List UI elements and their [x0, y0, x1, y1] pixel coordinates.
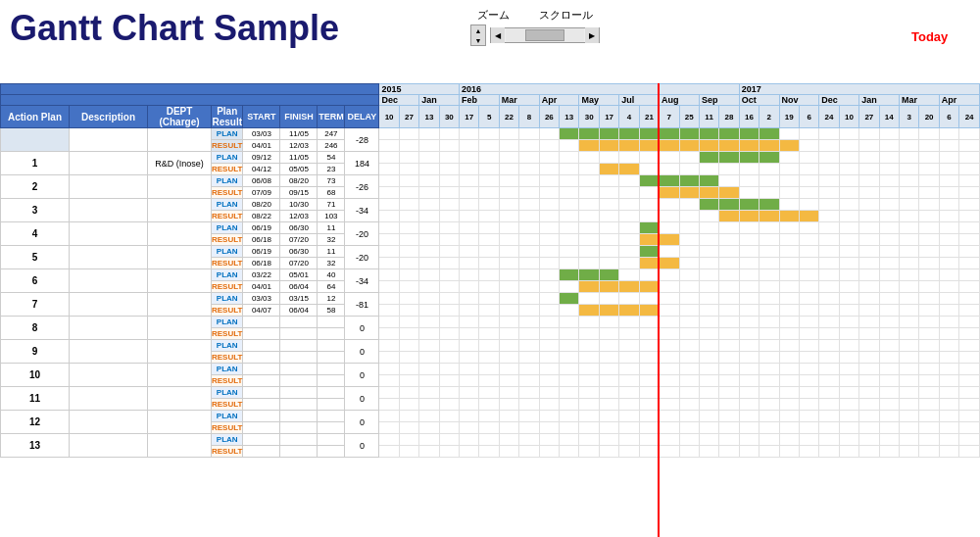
result-start: 04/01: [243, 281, 280, 293]
delay-cell: 0: [345, 317, 379, 340]
scroll-right-btn[interactable]: ▶: [585, 27, 599, 43]
gantt-cell: [599, 387, 618, 399]
gantt-cell: [779, 234, 799, 246]
plan-row: 13 PLAN 0: [1, 434, 980, 446]
result-term: [318, 328, 345, 340]
gantt-cell: [719, 375, 739, 387]
zoom-up-btn[interactable]: ▲: [471, 25, 485, 35]
gantt-cell: [679, 434, 699, 446]
gantt-cell: [939, 317, 958, 328]
gantt-cell: [799, 258, 818, 269]
gantt-cell: [819, 234, 839, 246]
week-16: 16: [739, 106, 759, 128]
gantt-cell: [760, 422, 779, 434]
gantt-cell: [719, 340, 739, 352]
gantt-cell: [779, 387, 799, 399]
gantt-cell: [699, 375, 718, 387]
gantt-cell: [460, 340, 479, 352]
gantt-cell: [419, 375, 439, 387]
gantt-cell: [379, 328, 399, 340]
gantt-cell: [379, 246, 399, 258]
gantt-cell: [539, 246, 559, 258]
gantt-cell: [399, 281, 418, 293]
gantt-cell: [479, 164, 499, 175]
week-6b: 6: [939, 106, 958, 128]
gantt-cell: [739, 222, 759, 234]
gantt-cell: [899, 128, 918, 140]
gantt-cell: [819, 411, 839, 422]
scroll-thumb[interactable]: [525, 29, 564, 41]
gantt-cell: [419, 317, 439, 328]
gantt-cell: [499, 352, 518, 364]
gantt-cell: [819, 352, 839, 364]
gantt-cell: [799, 293, 818, 305]
gantt-cell: [439, 187, 459, 199]
gantt-cell: [519, 269, 539, 281]
gantt-cell: [760, 281, 779, 293]
gantt-cell: [819, 328, 839, 340]
plan-row: 5 PLAN 06/19 06/30 11 -20: [1, 246, 980, 258]
gantt-cell: [739, 305, 759, 317]
gantt-cell: [799, 234, 818, 246]
gantt-cell: [699, 340, 718, 352]
col-planresult-header: PlanResult: [212, 106, 243, 128]
gantt-cell: [439, 411, 459, 422]
zoom-down-btn[interactable]: ▼: [471, 35, 485, 45]
desc-cell: [70, 317, 148, 340]
gantt-cell: [879, 293, 899, 305]
gantt-cell: [379, 269, 399, 281]
gantt-cell: [579, 340, 599, 352]
gantt-cell: [760, 375, 779, 387]
gantt-cell: [539, 446, 559, 458]
gantt-cell: [499, 164, 518, 175]
dept-cell: [148, 387, 212, 411]
plan-label: PLAN: [212, 317, 243, 328]
gantt-cell: [399, 411, 418, 422]
dept-cell: [148, 128, 212, 152]
gantt-cell: [639, 140, 659, 152]
gantt-cell: [599, 399, 618, 411]
gantt-cell: [719, 128, 739, 140]
week-row: Action Plan Description DEPT(Charge) Pla…: [1, 106, 980, 128]
gantt-cell: [439, 140, 459, 152]
plan-row: PLAN 03/03 11/05 247 -28: [1, 128, 980, 140]
gantt-cell: [599, 199, 618, 211]
col-desc-header: Description: [70, 106, 148, 128]
gantt-cell: [639, 211, 659, 222]
gantt-cell: [899, 246, 918, 258]
plan-label: PLAN: [212, 246, 243, 258]
gantt-cell: [699, 234, 718, 246]
result-label: RESULT: [212, 234, 243, 246]
scroll-bar[interactable]: ◀ ▶: [490, 27, 600, 43]
desc-cell: [70, 411, 148, 434]
gantt-cell: [939, 164, 958, 175]
gantt-cell: [660, 352, 679, 364]
desc-cell: [70, 199, 148, 222]
zoom-spinner[interactable]: ▲ ▼: [470, 24, 486, 46]
gantt-cell: [419, 152, 439, 164]
gantt-cell: [399, 305, 418, 317]
week-27: 27: [399, 106, 418, 128]
plan-label: PLAN: [212, 199, 243, 211]
gantt-cell: [739, 399, 759, 411]
gantt-cell: [879, 222, 899, 234]
week-30a: 30: [439, 106, 459, 128]
gantt-cell: [819, 293, 839, 305]
gantt-cell: [639, 199, 659, 211]
plan-term: [318, 434, 345, 446]
gantt-cell: [639, 340, 659, 352]
gantt-cell: [619, 246, 639, 258]
plan-finish: 11/05: [280, 128, 318, 140]
gantt-cell: [859, 375, 879, 387]
gantt-cell: [599, 258, 618, 269]
week-17: 17: [460, 106, 479, 128]
gantt-cell: [959, 246, 980, 258]
scroll-left-btn[interactable]: ◀: [491, 27, 505, 43]
gantt-cell: [479, 211, 499, 222]
gantt-cell: [439, 234, 459, 246]
gantt-cell: [879, 140, 899, 152]
gantt-cell: [660, 258, 679, 269]
gantt-cell: [419, 199, 439, 211]
gantt-cell: [619, 352, 639, 364]
gantt-cell: [919, 199, 939, 211]
